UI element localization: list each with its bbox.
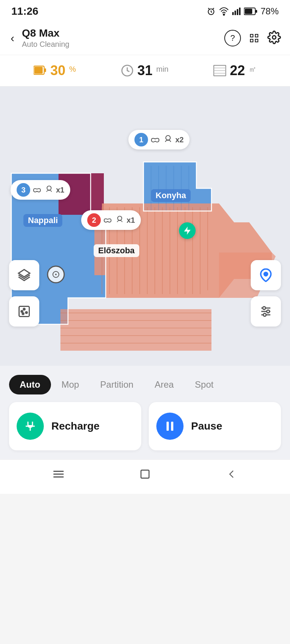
device-subtitle: Auto Cleaning	[22, 40, 69, 49]
svg-point-60	[118, 216, 122, 220]
signal-icon	[232, 7, 241, 16]
device-info: Q8 Max Auto Cleaning	[22, 27, 69, 49]
tab-area[interactable]: Area	[144, 375, 184, 394]
time-unit: min	[156, 65, 168, 74]
time-value: 31	[137, 63, 153, 79]
status-icons: 78%	[206, 6, 279, 17]
location-button[interactable]	[251, 260, 281, 290]
zone-3-icons	[32, 185, 54, 195]
svg-rect-13	[34, 67, 43, 74]
svg-point-74	[263, 313, 266, 316]
header-actions: ?	[224, 30, 281, 46]
svg-point-58	[166, 136, 170, 140]
svg-rect-14	[45, 68, 46, 72]
svg-point-68	[22, 313, 24, 315]
svg-point-59	[47, 186, 51, 190]
pause-symbol	[163, 419, 177, 433]
tab-partition[interactable]: Partition	[89, 375, 144, 394]
home-icon	[139, 468, 151, 480]
header-left: ‹ Q8 Max Auto Cleaning	[9, 27, 69, 49]
status-time: 11:26	[11, 5, 39, 17]
charge-indicator	[179, 222, 196, 239]
zone-2-icons	[103, 215, 124, 225]
stats-bar: 30 % 31 min 22 ㎡	[0, 55, 290, 86]
zone-3-number: 3	[17, 183, 30, 197]
area-unit: ㎡	[249, 64, 256, 74]
particles-icon	[17, 305, 31, 318]
recharge-button[interactable]: Recharge	[9, 402, 141, 450]
tab-mop[interactable]: Mop	[51, 375, 90, 394]
svg-point-63	[264, 273, 268, 276]
layers-button[interactable]	[9, 260, 39, 290]
settings-map-button[interactable]	[251, 296, 281, 327]
room-label-eloszoba: Előszoba	[94, 244, 139, 257]
svg-point-67	[26, 312, 28, 314]
battery-icon	[244, 7, 258, 15]
svg-marker-61	[184, 226, 190, 235]
svg-point-65	[21, 311, 23, 313]
map-container[interactable]: 1 x2 3 x1 2 x1 Nappali Konyha	[0, 86, 290, 366]
room-label-nappali: Nappali	[23, 214, 62, 227]
menu-icon	[52, 467, 65, 481]
location-icon	[259, 268, 273, 282]
room-label-konyha: Konyha	[151, 189, 191, 202]
sliders-icon	[259, 305, 273, 318]
svg-rect-80	[141, 470, 149, 478]
svg-line-1	[208, 8, 209, 9]
back-button[interactable]: ‹	[9, 30, 16, 46]
pause-label: Pause	[191, 420, 222, 432]
status-bar: 11:26 78%	[0, 0, 290, 21]
area-stat: 22 ㎡	[213, 63, 256, 79]
svg-point-66	[23, 308, 25, 310]
grid-button[interactable]	[250, 34, 258, 42]
recharge-label: Recharge	[51, 420, 100, 432]
area-value: 22	[230, 63, 245, 79]
battery-percentage: 78%	[261, 6, 279, 17]
svg-point-73	[267, 310, 270, 313]
svg-rect-5	[234, 11, 236, 15]
plug-icon	[23, 419, 37, 433]
settings-button[interactable]	[267, 31, 281, 46]
particles-button[interactable]	[9, 296, 39, 327]
time-stat: 31 min	[121, 63, 168, 79]
nav-bar	[0, 459, 290, 494]
battery-stat: 30 %	[34, 63, 76, 79]
battery-value: 30	[50, 63, 65, 79]
zone-3-repeat: x1	[56, 186, 64, 194]
zone-1-icons	[150, 134, 173, 145]
zone-2-repeat: x1	[126, 216, 135, 225]
alarm-icon	[206, 6, 216, 16]
action-buttons: Recharge Pause	[9, 402, 281, 459]
mode-tabs: Auto Mop Partition Area Spot	[9, 375, 281, 394]
svg-rect-75	[167, 422, 169, 431]
device-title: Q8 Max	[22, 27, 69, 39]
zone-1-number: 1	[134, 133, 148, 146]
nav-home-button[interactable]	[139, 468, 151, 482]
layers-icon	[17, 268, 31, 282]
svg-point-3	[223, 14, 224, 15]
bottom-section: Auto Mop Partition Area Spot Recharge P	[0, 366, 290, 459]
nav-back-button[interactable]	[225, 467, 238, 482]
wifi-icon	[219, 6, 229, 16]
svg-point-72	[263, 307, 266, 310]
svg-rect-10	[256, 10, 257, 13]
help-button[interactable]: ?	[224, 30, 241, 46]
tab-spot[interactable]: Spot	[184, 375, 224, 394]
svg-rect-4	[232, 12, 234, 15]
zone-badge-1: 1 x2	[128, 130, 190, 149]
battery-stat-icon	[34, 65, 46, 76]
svg-point-57	[55, 274, 57, 275]
gear-icon	[267, 31, 281, 44]
lightning-icon	[182, 226, 192, 236]
pause-button[interactable]: Pause	[149, 402, 281, 450]
svg-marker-25	[60, 309, 211, 351]
zone-2-number: 2	[87, 213, 101, 227]
svg-line-2	[213, 8, 214, 9]
zone-1-repeat: x2	[175, 136, 184, 144]
nav-menu-button[interactable]	[52, 467, 65, 482]
recharge-icon	[17, 413, 44, 440]
tab-auto[interactable]: Auto	[9, 375, 51, 394]
zone-badge-2: 2 x1	[81, 210, 141, 230]
svg-rect-7	[239, 8, 241, 15]
grid-icon	[250, 34, 258, 42]
